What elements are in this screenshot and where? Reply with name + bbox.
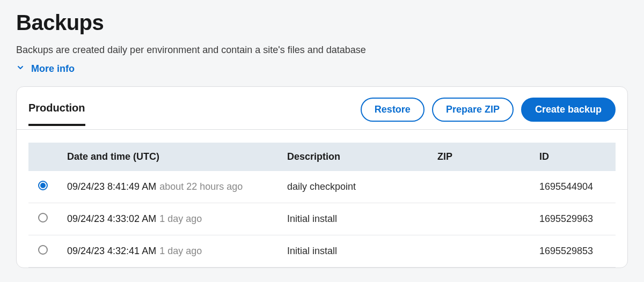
backups-table: Date and time (UTC) Description ZIP ID 0… bbox=[28, 143, 616, 268]
col-description: Description bbox=[277, 143, 428, 171]
row-description: Initial install bbox=[277, 235, 428, 268]
more-info-label: More info bbox=[31, 63, 75, 75]
backups-card: Production Restore Prepare ZIP Create ba… bbox=[16, 86, 628, 268]
row-id: 1695529963 bbox=[530, 203, 616, 235]
row-select-radio[interactable] bbox=[38, 181, 48, 190]
restore-button[interactable]: Restore bbox=[361, 98, 425, 122]
chevron-down-icon bbox=[16, 63, 25, 75]
table-row[interactable]: 09/24/23 4:32:41 AM1 day agoInitial inst… bbox=[28, 235, 616, 268]
row-datetime: 09/24/23 4:32:41 AM bbox=[67, 246, 156, 256]
row-datetime: 09/24/23 8:41:49 AM bbox=[67, 181, 156, 192]
row-relative-time: 1 day ago bbox=[159, 213, 202, 224]
page-title: Backups bbox=[16, 11, 628, 35]
row-zip bbox=[428, 203, 530, 235]
row-select-radio[interactable] bbox=[38, 245, 48, 255]
row-relative-time: about 22 hours ago bbox=[159, 181, 243, 192]
row-relative-time: 1 day ago bbox=[159, 246, 202, 256]
prepare-zip-button[interactable]: Prepare ZIP bbox=[432, 98, 514, 122]
table-row[interactable]: 09/24/23 8:41:49 AMabout 22 hours agodai… bbox=[28, 171, 616, 203]
col-datetime: Date and time (UTC) bbox=[57, 143, 277, 171]
row-description: daily checkpoint bbox=[277, 171, 428, 203]
table-row[interactable]: 09/24/23 4:33:02 AM1 day agoInitial inst… bbox=[28, 203, 616, 235]
row-id: 1695529853 bbox=[530, 235, 616, 268]
create-backup-button[interactable]: Create backup bbox=[521, 98, 616, 122]
col-id: ID bbox=[530, 143, 616, 171]
tab-production[interactable]: Production bbox=[28, 102, 85, 126]
row-zip bbox=[428, 235, 530, 268]
row-id: 1695544904 bbox=[530, 171, 616, 203]
row-select-radio[interactable] bbox=[38, 213, 48, 222]
row-zip bbox=[428, 171, 530, 203]
col-zip: ZIP bbox=[428, 143, 530, 171]
table-header-row: Date and time (UTC) Description ZIP ID bbox=[28, 143, 616, 171]
row-description: Initial install bbox=[277, 203, 428, 235]
more-info-toggle[interactable]: More info bbox=[16, 63, 75, 75]
actions-row: Restore Prepare ZIP Create backup bbox=[361, 98, 616, 129]
row-datetime: 09/24/23 4:33:02 AM bbox=[67, 213, 156, 224]
card-header: Production Restore Prepare ZIP Create ba… bbox=[17, 98, 627, 130]
page-subtitle: Backups are created daily per environmen… bbox=[16, 44, 628, 56]
